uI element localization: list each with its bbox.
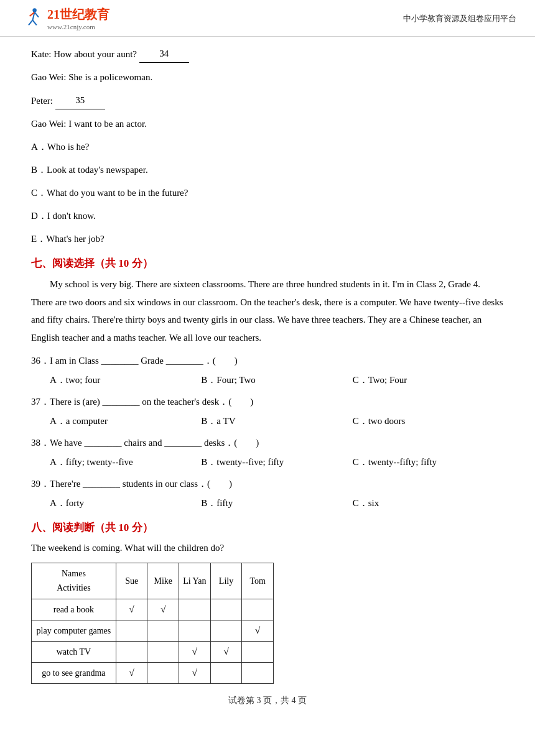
col-tom: Tom: [242, 563, 274, 599]
activity-see-grandma: go to see grandma: [32, 663, 116, 684]
logo-url: www.21cnjy.com: [47, 22, 109, 31]
cell-tom-tv: [242, 642, 274, 663]
speaker-gaowei-1: Gao Wei: She is a policewoman.: [31, 72, 152, 82]
q37-opt-b: B．a TV: [201, 413, 352, 430]
cell-sue-games: [116, 620, 147, 642]
q39-opt-a: A．forty: [50, 495, 201, 512]
activity-computer-games: play computer games: [32, 620, 116, 642]
svg-line-2: [29, 21, 32, 25]
q37-options: A．a computer B．a TV C．two doors: [50, 413, 504, 430]
question-36: 36．I am in Class ________ Grade ________…: [31, 353, 504, 369]
table-section: Names Activities Sue Mike Li Yan Lily To…: [31, 563, 504, 684]
logo-area: 21世纪教育 www.21cnjy.com: [19, 6, 109, 31]
brand-suffix: 世纪教育: [60, 7, 109, 21]
dialogue-line-3: Peter: 35: [31, 92, 504, 109]
cell-mike-grandma: [147, 663, 179, 684]
logo-icon: [19, 6, 44, 31]
question-38: 38．We have ________ chairs and ________ …: [31, 435, 504, 451]
speaker-gaowei-2: Gao Wei: I want to be an actor.: [31, 119, 147, 129]
cell-liyan-read: [179, 599, 211, 620]
blank-34: 34: [139, 45, 189, 63]
svg-point-0: [32, 8, 36, 12]
q36-opt-a: A．two; four: [50, 372, 201, 389]
col-sue: Sue: [116, 563, 147, 599]
col-lily: Lily: [210, 563, 242, 599]
question-39: 39．There're ________ students in our cla…: [31, 476, 504, 492]
table-header-row: Names Activities Sue Mike Li Yan Lily To…: [32, 563, 274, 599]
col-mike: Mike: [147, 563, 179, 599]
q38-opt-b: B．twenty--five; fifty: [201, 454, 352, 471]
q36-opt-b: B．Four; Two: [201, 372, 352, 389]
brand-number: 21: [47, 7, 60, 21]
table-row: read a book √ √: [32, 599, 274, 620]
cell-mike-read: √: [147, 599, 179, 620]
option-B: B．Look at today's newspaper.: [31, 162, 504, 178]
section7-passage: My school is very big. There are sixteen…: [31, 275, 504, 346]
cell-sue-grandma: √: [116, 663, 147, 684]
table-intro: The weekend is coming. What will the chi…: [31, 540, 504, 556]
option-E: E．What's her job?: [31, 231, 504, 247]
activities-table: Names Activities Sue Mike Li Yan Lily To…: [31, 563, 274, 684]
section8-title: 八、阅读判断（共 10 分）: [31, 520, 504, 535]
col-liyan: Li Yan: [179, 563, 211, 599]
footer-text: 试卷第 3 页，共 4 页: [228, 696, 307, 705]
dialogue-line-4: Gao Wei: I want to be an actor.: [31, 116, 504, 132]
main-content: Kate: How about your aunt? 34 Gao Wei: S…: [0, 37, 535, 719]
cell-lily-tv: √: [210, 642, 242, 663]
cell-mike-games: [147, 620, 179, 642]
page-header: 21世纪教育 www.21cnjy.com 中小学教育资源及组卷应用平台: [0, 0, 535, 37]
speaker-peter: Peter:: [31, 96, 53, 106]
table-row: go to see grandma √ √: [32, 663, 274, 684]
q36-options: A．two; four B．Four; Two C．Two; Four: [50, 372, 504, 389]
cell-liyan-tv: √: [179, 642, 211, 663]
q39-opt-b: B．fifty: [201, 495, 352, 512]
q37-opt-a: A．a computer: [50, 413, 201, 430]
dialogue-line-1: Kate: How about your aunt? 34: [31, 45, 504, 63]
q39-opt-c: C．six: [353, 495, 504, 512]
cell-lily-grandma: [210, 663, 242, 684]
section7-title: 七、阅读选择（共 10 分）: [31, 256, 504, 270]
cell-sue-read: √: [116, 599, 147, 620]
cell-liyan-grandma: √: [179, 663, 211, 684]
activities-label: Activities: [57, 583, 90, 592]
option-C: C．What do you want to be in the future?: [31, 185, 504, 201]
q37-opt-c: C．two doors: [353, 413, 504, 430]
cell-mike-tv: [147, 642, 179, 663]
names-activities-header: Names Activities: [32, 563, 116, 599]
cell-tom-read: [242, 599, 274, 620]
q38-opt-a: A．fifty; twenty--five: [50, 454, 201, 471]
svg-line-3: [32, 21, 36, 25]
logo-text: 21世纪教育 www.21cnjy.com: [47, 6, 109, 31]
q39-options: A．forty B．fifty C．six: [50, 495, 504, 512]
cell-liyan-games: [179, 620, 211, 642]
svg-line-5: [35, 12, 39, 17]
blank-35: 35: [55, 92, 105, 109]
question-37: 37．There is (are) ________ on the teache…: [31, 394, 504, 410]
option-D: D．I don't know.: [31, 208, 504, 224]
cell-tom-grandma: [242, 663, 274, 684]
page-footer: 试卷第 3 页，共 4 页: [31, 695, 504, 706]
cell-lily-games: [210, 620, 242, 642]
q38-options: A．fifty; twenty--five B．twenty--five; fi…: [50, 454, 504, 471]
cell-lily-read: [210, 599, 242, 620]
speaker-kate: Kate: How about your aunt?: [31, 49, 137, 59]
site-name: 中小学教育资源及组卷应用平台: [403, 13, 516, 24]
option-A: A．Who is he?: [31, 139, 504, 155]
table-row: watch TV √ √: [32, 642, 274, 663]
q38-opt-c: C．twenty--fifty; fifty: [353, 454, 504, 471]
brand-name: 21世纪教育: [47, 6, 109, 22]
names-label: Names: [62, 569, 86, 578]
cell-sue-tv: [116, 642, 147, 663]
q36-opt-c: C．Two; Four: [353, 372, 504, 389]
cell-tom-games: √: [242, 620, 274, 642]
dialogue-line-2: Gao Wei: She is a policewoman.: [31, 69, 504, 86]
activity-read-book: read a book: [32, 599, 116, 620]
table-row: play computer games √: [32, 620, 274, 642]
activity-watch-tv: watch TV: [32, 642, 116, 663]
